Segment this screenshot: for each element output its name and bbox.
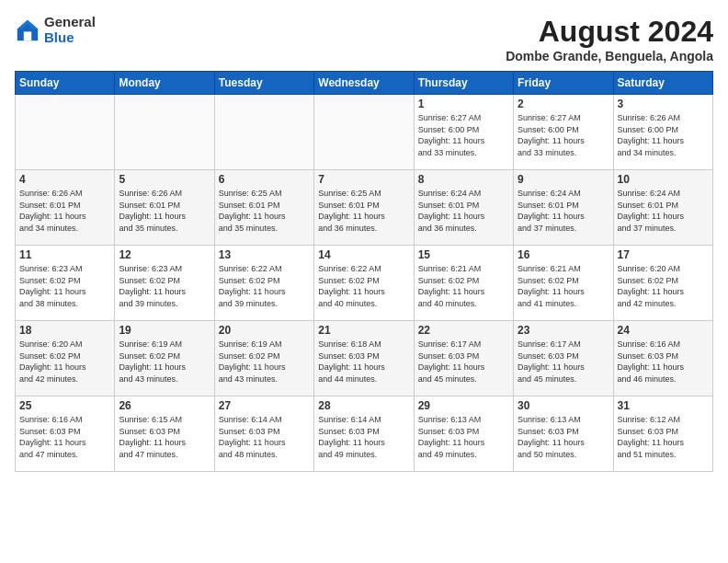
day-info: Sunrise: 6:14 AM Sunset: 6:03 PM Dayligh… [219,414,310,460]
day-number: 14 [318,248,409,261]
calendar-cell: 16Sunrise: 6:21 AM Sunset: 6:02 PM Dayli… [514,246,613,321]
day-number: 7 [318,173,409,186]
day-number: 13 [219,248,310,261]
day-number: 31 [618,399,709,412]
day-info: Sunrise: 6:20 AM Sunset: 6:02 PM Dayligh… [618,263,709,309]
weekday-header-monday: Monday [115,72,214,95]
day-number: 26 [119,399,210,412]
day-info: Sunrise: 6:17 AM Sunset: 6:03 PM Dayligh… [418,339,509,385]
week-row-5: 25Sunrise: 6:16 AM Sunset: 6:03 PM Dayli… [16,396,713,472]
day-number: 27 [219,399,310,412]
page-header: General Blue August 2024 Dombe Grande, B… [15,15,713,63]
week-row-4: 18Sunrise: 6:20 AM Sunset: 6:02 PM Dayli… [16,321,713,396]
calendar-cell: 30Sunrise: 6:13 AM Sunset: 6:03 PM Dayli… [514,396,613,472]
calendar-cell: 9Sunrise: 6:24 AM Sunset: 6:01 PM Daylig… [514,170,613,246]
calendar-cell: 22Sunrise: 6:17 AM Sunset: 6:03 PM Dayli… [414,321,513,396]
day-info: Sunrise: 6:24 AM Sunset: 6:01 PM Dayligh… [518,188,609,234]
day-info: Sunrise: 6:21 AM Sunset: 6:02 PM Dayligh… [418,263,509,309]
day-info: Sunrise: 6:24 AM Sunset: 6:01 PM Dayligh… [618,188,709,234]
day-number: 18 [19,324,110,337]
day-info: Sunrise: 6:26 AM Sunset: 6:00 PM Dayligh… [618,112,709,158]
calendar-cell: 23Sunrise: 6:17 AM Sunset: 6:03 PM Dayli… [514,321,613,396]
logo-icon [15,17,40,43]
calendar-cell: 7Sunrise: 6:25 AM Sunset: 6:01 PM Daylig… [314,170,414,246]
calendar-cell: 29Sunrise: 6:13 AM Sunset: 6:03 PM Dayli… [414,396,513,472]
day-info: Sunrise: 6:18 AM Sunset: 6:03 PM Dayligh… [318,339,409,385]
calendar-cell: 19Sunrise: 6:19 AM Sunset: 6:02 PM Dayli… [115,321,214,396]
day-number: 20 [219,324,310,337]
day-number: 28 [318,399,409,412]
day-info: Sunrise: 6:20 AM Sunset: 6:02 PM Dayligh… [19,339,110,385]
calendar-cell: 6Sunrise: 6:25 AM Sunset: 6:01 PM Daylig… [214,170,313,246]
calendar-cell: 28Sunrise: 6:14 AM Sunset: 6:03 PM Dayli… [314,396,414,472]
calendar-cell: 27Sunrise: 6:14 AM Sunset: 6:03 PM Dayli… [214,396,313,472]
day-info: Sunrise: 6:15 AM Sunset: 6:03 PM Dayligh… [119,414,210,460]
day-info: Sunrise: 6:24 AM Sunset: 6:01 PM Dayligh… [418,188,509,234]
day-info: Sunrise: 6:13 AM Sunset: 6:03 PM Dayligh… [518,414,609,460]
calendar-cell: 12Sunrise: 6:23 AM Sunset: 6:02 PM Dayli… [115,246,214,321]
calendar-cell: 2Sunrise: 6:27 AM Sunset: 6:00 PM Daylig… [514,95,613,170]
calendar-cell [314,95,414,170]
calendar-cell: 10Sunrise: 6:24 AM Sunset: 6:01 PM Dayli… [613,170,712,246]
day-number: 30 [518,399,609,412]
day-info: Sunrise: 6:14 AM Sunset: 6:03 PM Dayligh… [318,414,409,460]
weekday-header-wednesday: Wednesday [314,72,414,95]
calendar-cell: 8Sunrise: 6:24 AM Sunset: 6:01 PM Daylig… [414,170,513,246]
day-info: Sunrise: 6:17 AM Sunset: 6:03 PM Dayligh… [518,339,609,385]
calendar-cell: 14Sunrise: 6:22 AM Sunset: 6:02 PM Dayli… [314,246,414,321]
day-number: 17 [618,248,709,261]
day-info: Sunrise: 6:21 AM Sunset: 6:02 PM Dayligh… [518,263,609,309]
logo-general: General [44,15,96,30]
day-number: 25 [19,399,110,412]
day-number: 1 [418,98,509,110]
location: Dombe Grande, Benguela, Angola [506,49,713,63]
calendar-cell: 11Sunrise: 6:23 AM Sunset: 6:02 PM Dayli… [16,246,115,321]
day-info: Sunrise: 6:22 AM Sunset: 6:02 PM Dayligh… [219,263,310,309]
day-info: Sunrise: 6:23 AM Sunset: 6:02 PM Dayligh… [119,263,210,309]
day-info: Sunrise: 6:22 AM Sunset: 6:02 PM Dayligh… [318,263,409,309]
title-block: August 2024 Dombe Grande, Benguela, Ango… [506,15,713,63]
day-info: Sunrise: 6:27 AM Sunset: 6:00 PM Dayligh… [418,112,509,158]
day-number: 15 [418,248,509,261]
calendar-cell: 3Sunrise: 6:26 AM Sunset: 6:00 PM Daylig… [613,95,712,170]
day-number: 5 [119,173,210,186]
day-number: 9 [518,173,609,186]
weekday-header-sunday: Sunday [16,72,115,95]
day-info: Sunrise: 6:13 AM Sunset: 6:03 PM Dayligh… [418,414,509,460]
day-number: 24 [618,324,709,337]
day-number: 2 [518,98,609,110]
day-number: 22 [418,324,509,337]
weekday-header-friday: Friday [514,72,613,95]
day-number: 19 [119,324,210,337]
calendar-cell: 31Sunrise: 6:12 AM Sunset: 6:03 PM Dayli… [613,396,712,472]
calendar-cell [115,95,214,170]
calendar-cell: 4Sunrise: 6:26 AM Sunset: 6:01 PM Daylig… [16,170,115,246]
day-info: Sunrise: 6:19 AM Sunset: 6:02 PM Dayligh… [219,339,310,385]
day-info: Sunrise: 6:26 AM Sunset: 6:01 PM Dayligh… [19,188,110,234]
weekday-header-thursday: Thursday [414,72,513,95]
day-number: 21 [318,324,409,337]
day-info: Sunrise: 6:25 AM Sunset: 6:01 PM Dayligh… [219,188,310,234]
month-year: August 2024 [506,15,713,49]
calendar-cell: 20Sunrise: 6:19 AM Sunset: 6:02 PM Dayli… [214,321,313,396]
week-row-3: 11Sunrise: 6:23 AM Sunset: 6:02 PM Dayli… [16,246,713,321]
weekday-header-tuesday: Tuesday [214,72,313,95]
day-number: 16 [518,248,609,261]
calendar-cell: 26Sunrise: 6:15 AM Sunset: 6:03 PM Dayli… [115,396,214,472]
logo: General Blue [15,15,96,45]
calendar-cell [16,95,115,170]
svg-rect-2 [24,31,31,40]
day-number: 29 [418,399,509,412]
calendar-cell: 17Sunrise: 6:20 AM Sunset: 6:02 PM Dayli… [613,246,712,321]
calendar-cell [214,95,313,170]
day-info: Sunrise: 6:25 AM Sunset: 6:01 PM Dayligh… [318,188,409,234]
calendar-cell: 15Sunrise: 6:21 AM Sunset: 6:02 PM Dayli… [414,246,513,321]
logo-text: General Blue [44,15,96,45]
calendar-cell: 21Sunrise: 6:18 AM Sunset: 6:03 PM Dayli… [314,321,414,396]
calendar-cell: 25Sunrise: 6:16 AM Sunset: 6:03 PM Dayli… [16,396,115,472]
day-info: Sunrise: 6:19 AM Sunset: 6:02 PM Dayligh… [119,339,210,385]
day-info: Sunrise: 6:26 AM Sunset: 6:01 PM Dayligh… [119,188,210,234]
day-number: 6 [219,173,310,186]
weekday-header-saturday: Saturday [613,72,712,95]
day-info: Sunrise: 6:27 AM Sunset: 6:00 PM Dayligh… [518,112,609,158]
